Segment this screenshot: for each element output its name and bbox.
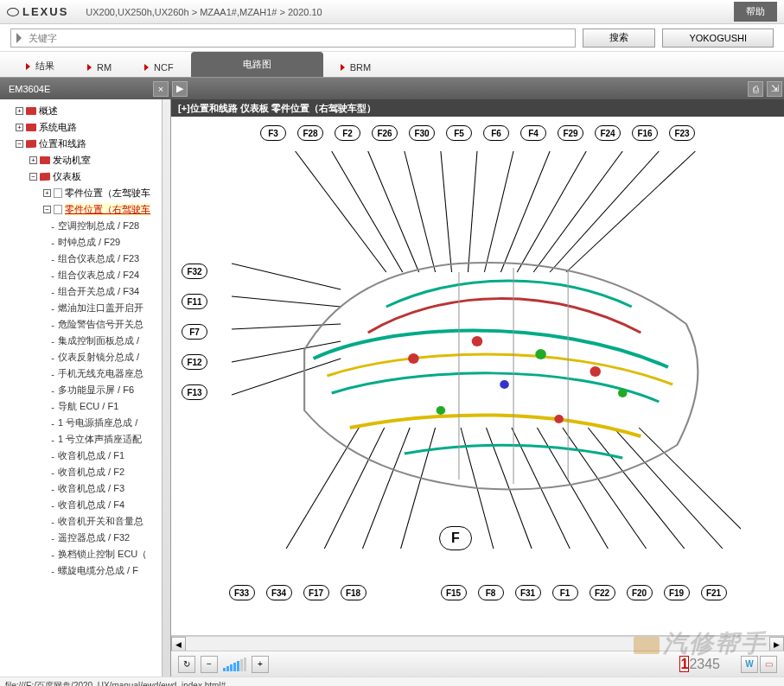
svg-line-27 (614, 428, 723, 549)
scroll-right-button[interactable]: ▶ (769, 637, 784, 651)
tree-leaf[interactable]: -手机无线充电器座总 (0, 365, 170, 382)
toolbar: ↻ − + 12345 W ▭ (171, 651, 784, 676)
triangle-icon (87, 64, 92, 71)
expand-icon[interactable]: + (16, 107, 23, 115)
tree-leaf[interactable]: -换档锁止控制 ECU（ (0, 546, 170, 562)
svg-line-9 (533, 151, 622, 272)
zoom-level-icon[interactable] (223, 657, 246, 671)
tab-result[interactable]: 结果 (10, 55, 70, 77)
expand-icon[interactable]: + (29, 156, 37, 164)
play-button[interactable]: ▶ (172, 81, 188, 97)
search-input[interactable] (10, 29, 576, 48)
svg-line-2 (368, 151, 419, 272)
connector-label: F24 (595, 125, 621, 141)
expand-icon[interactable]: + (16, 124, 23, 131)
tree-leaf[interactable]: -遥控器总成 / F32 (0, 530, 170, 546)
connector-label: F3 (260, 125, 286, 141)
tree-leaf[interactable]: -组合仪表总成 / F24 (0, 267, 170, 283)
triangle-icon (341, 64, 345, 71)
close-tree-button[interactable]: × (153, 81, 169, 97)
refresh-button[interactable]: ↻ (178, 656, 195, 673)
w-button[interactable]: W (741, 656, 758, 673)
page-number[interactable]: 4 (704, 657, 712, 671)
triangle-icon (144, 64, 149, 71)
svg-line-18 (324, 428, 384, 549)
tree-node[interactable]: −位置和线路 (0, 136, 170, 152)
page-number[interactable]: 5 (712, 657, 720, 671)
svg-line-6 (484, 151, 513, 272)
tree-leaf[interactable]: -危险警告信号开关总 (0, 316, 170, 333)
tree-leaf[interactable]: -时钟总成 / F29 (0, 234, 170, 251)
nav-tree[interactable]: +概述 +系统电路 −位置和线路 +发动机室 −仪表板 +零件位置（左驾驶车 −… (0, 99, 171, 676)
tab-ncf[interactable]: NCF (129, 58, 189, 77)
print-button[interactable]: ⎙ (748, 81, 763, 97)
tree-leaf[interactable]: -收音机总成 / F2 (0, 464, 170, 480)
document-bar: EM3604E × ▶ ⎙ ⇲ (0, 78, 784, 99)
tab-circuit[interactable]: 电路图 (191, 52, 323, 77)
tree-leaf[interactable]: -螺旋电缆分总成 / F (0, 562, 170, 579)
connector-label: F8 (478, 585, 504, 600)
connector-label: F15 (441, 585, 467, 600)
tree-leaf[interactable]: -导航 ECU / F1 (0, 398, 170, 415)
tab-row: 结果 RM NCF 电路图 BRM (0, 52, 784, 78)
tree-node[interactable]: +概述 (0, 103, 170, 119)
top-bar: LEXUS UX200,UX250h,UX260h > MZAA1#,MZAH1… (0, 0, 784, 24)
connector-label: F28 (297, 125, 323, 141)
svg-line-10 (550, 151, 659, 272)
connector-label: F2 (335, 125, 360, 141)
svg-line-4 (441, 151, 452, 272)
tree-node-selected[interactable]: −零件位置（右驾驶车 (0, 201, 170, 218)
svg-point-32 (590, 366, 601, 377)
scroll-left-button[interactable]: ◀ (171, 637, 186, 651)
export-button[interactable]: ⇲ (767, 81, 782, 97)
book-icon (40, 156, 50, 164)
tree-leaf[interactable]: -收音机总成 / F4 (0, 497, 170, 513)
svg-point-35 (500, 380, 509, 389)
tab-brm[interactable]: BRM (325, 58, 386, 77)
page-number[interactable]: 1 (679, 656, 689, 672)
tree-leaf[interactable]: -组合开关总成 / F34 (0, 283, 170, 300)
expand-icon[interactable]: + (43, 189, 51, 197)
tree-node[interactable]: +零件位置（左驾驶车 (0, 185, 170, 201)
tree-leaf[interactable]: -1 号立体声插座适配 (0, 431, 170, 448)
tab-rm[interactable]: RM (72, 58, 127, 77)
page-number[interactable]: 3 (697, 657, 704, 671)
harness-illustration (232, 151, 741, 549)
svg-line-0 (296, 151, 386, 272)
connector-label: F4 (520, 125, 546, 141)
search-button[interactable]: 搜索 (583, 29, 655, 48)
presentation-button[interactable]: ▭ (760, 656, 777, 673)
help-button[interactable]: 帮助 (734, 2, 777, 22)
tree-leaf[interactable]: -集成控制面板总成 / (0, 333, 170, 349)
tree-leaf[interactable]: -收音机总成 / F3 (0, 480, 170, 497)
h-scrollbar[interactable]: ◀ ▶ (171, 636, 784, 651)
tree-leaf[interactable]: -收音机总成 / F1 (0, 448, 170, 464)
tree-leaf[interactable]: -1 号电源插座总成 / (0, 415, 170, 431)
tree-leaf[interactable]: -多功能显示屏 / F6 (0, 382, 170, 398)
content-title: [+]位置和线路 仪表板 零件位置（右驾驶车型） (171, 99, 784, 117)
svg-line-13 (232, 296, 341, 307)
yokogushi-button[interactable]: YOKOGUSHI (662, 29, 774, 48)
collapse-icon[interactable]: − (29, 173, 37, 181)
connector-label: F30 (409, 125, 435, 141)
svg-point-29 (408, 353, 419, 364)
svg-line-15 (232, 341, 341, 362)
tree-leaf[interactable]: -仪表反射镜分总成 / (0, 349, 170, 365)
page-number[interactable]: 2 (689, 657, 697, 671)
tree-leaf[interactable]: -燃油加注口盖开启开 (0, 300, 170, 316)
tree-node[interactable]: −仪表板 (0, 168, 170, 185)
tree-leaf[interactable]: -组合仪表总成 / F23 (0, 251, 170, 267)
zoom-out-button[interactable]: − (201, 656, 218, 673)
tree-leaf[interactable]: -空调控制总成 / F28 (0, 218, 170, 234)
connector-label: F1 (552, 585, 578, 600)
zoom-in-button[interactable]: + (252, 656, 269, 673)
doc-icon (54, 188, 62, 198)
collapse-icon[interactable]: − (16, 140, 23, 148)
svg-line-28 (639, 428, 741, 549)
collapse-icon[interactable]: − (43, 206, 51, 213)
connector-label: F21 (701, 585, 727, 600)
tree-node[interactable]: +系统电路 (0, 119, 170, 136)
wiring-diagram[interactable]: F3F28F2F26F30F5F6F4F29F24F16F23 F32F11F7… (171, 117, 784, 636)
tree-leaf[interactable]: -收音机开关和音量总 (0, 513, 170, 530)
tree-node[interactable]: +发动机室 (0, 152, 170, 168)
